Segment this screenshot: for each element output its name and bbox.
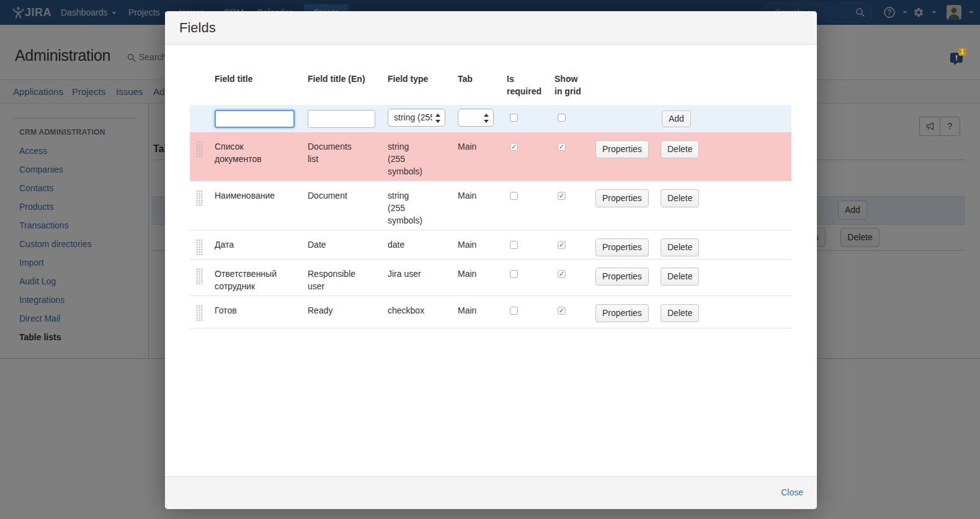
show-in-grid-checkbox[interactable]: [558, 192, 566, 200]
drag-handle-icon[interactable]: [196, 268, 203, 285]
new-field-required-checkbox[interactable]: [510, 114, 518, 122]
show-in-grid-checkbox[interactable]: [558, 307, 566, 315]
field-type-cell: string (255 symbols): [388, 132, 458, 181]
field-tab-cell: Main: [458, 181, 507, 230]
dialog-footer: Close: [165, 476, 817, 509]
properties-button[interactable]: Properties: [595, 304, 649, 322]
dialog-title: Fields: [179, 11, 216, 45]
add-field-row: string (255 symbols) Add: [190, 105, 791, 132]
field-type-cell: string (255 symbols): [388, 181, 458, 230]
field-type-cell: date: [388, 230, 458, 259]
new-field-title-input[interactable]: [215, 110, 295, 128]
required-checkbox[interactable]: [510, 270, 518, 278]
properties-button[interactable]: Properties: [595, 238, 649, 256]
drag-handle-icon[interactable]: [196, 239, 203, 256]
delete-button[interactable]: Delete: [661, 268, 699, 286]
new-field-tab-value: [464, 109, 481, 126]
drag-handle-icon[interactable]: [196, 141, 203, 158]
notification-badge: 1: [958, 48, 966, 56]
field-row-4: Ответственный сотрудникResponsible userJ…: [190, 259, 791, 296]
dialog-body: Field title Field title (En) Field type …: [190, 45, 791, 328]
col-header-show-in-grid: Show in grid: [555, 45, 592, 105]
field-row-2: НаименованиеDocumentstring (255 symbols)…: [190, 181, 791, 230]
delete-button[interactable]: Delete: [661, 304, 699, 322]
col-header-field-title: Field title: [215, 45, 308, 105]
field-tab-cell: Main: [458, 296, 507, 328]
required-checkbox[interactable]: [510, 241, 518, 249]
new-field-title-en-input[interactable]: [308, 110, 375, 128]
delete-button[interactable]: Delete: [661, 238, 699, 256]
new-field-in-grid-checkbox[interactable]: [558, 114, 566, 122]
fields-table-header-row: Field title Field title (En) Field type …: [190, 45, 791, 105]
properties-button[interactable]: Properties: [595, 189, 649, 207]
col-header-field-type: Field type: [388, 45, 458, 105]
delete-button[interactable]: Delete: [661, 140, 699, 158]
delete-button[interactable]: Delete: [661, 189, 699, 207]
properties-button[interactable]: Properties: [595, 140, 649, 158]
col-header-is-required: Is required: [507, 45, 555, 105]
field-title-en-cell: Documents list: [308, 132, 388, 181]
show-in-grid-checkbox[interactable]: [558, 143, 566, 151]
field-title-en-cell: Document: [308, 181, 388, 230]
col-header-field-title-en: Field title (En): [308, 45, 388, 105]
show-in-grid-checkbox[interactable]: [558, 241, 566, 249]
field-row-1: Список документовDocuments liststring (2…: [190, 132, 791, 181]
required-checkbox[interactable]: [510, 307, 518, 315]
field-title-cell: Ответственный сотрудник: [215, 259, 308, 296]
field-type-cell: Jira user: [388, 259, 458, 296]
notification-bubble-tail: [953, 62, 958, 68]
required-checkbox[interactable]: [510, 192, 518, 200]
col-header-tab: Tab: [458, 45, 507, 105]
fields-table: Field title Field title (En) Field type …: [190, 45, 791, 328]
dialog-close-link[interactable]: Close: [781, 477, 803, 508]
field-tab-cell: Main: [458, 230, 507, 259]
field-tab-cell: Main: [458, 132, 507, 181]
fields-dialog: Fields Field title Field title (En) Fiel…: [165, 11, 817, 509]
field-title-en-cell: Date: [308, 230, 388, 259]
field-row-3: ДатаDatedateMainPropertiesDelete: [190, 230, 791, 259]
field-title-en-cell: Ready: [308, 296, 388, 328]
new-field-type-value: string (255 symbols): [394, 109, 432, 126]
drag-handle-icon[interactable]: [196, 190, 203, 207]
new-field-type-select[interactable]: string (255 symbols): [388, 109, 445, 127]
new-field-tab-select[interactable]: [458, 109, 494, 127]
notification-indicator[interactable]: ! 1: [948, 47, 968, 67]
required-checkbox[interactable]: [510, 143, 518, 151]
field-row-5: ГотовReadycheckboxMainPropertiesDelete: [190, 296, 791, 328]
field-tab-cell: Main: [458, 259, 507, 296]
add-field-button[interactable]: Add: [662, 111, 691, 127]
dialog-header: Fields: [165, 11, 817, 45]
field-title-cell: Дата: [215, 230, 308, 259]
properties-button[interactable]: Properties: [595, 268, 649, 286]
field-title-en-cell: Responsible user: [308, 259, 388, 296]
field-type-cell: checkbox: [388, 296, 458, 328]
show-in-grid-checkbox[interactable]: [558, 270, 566, 278]
field-title-cell: Наименование: [215, 181, 308, 230]
field-title-cell: Список документов: [215, 132, 308, 181]
field-title-cell: Готов: [215, 296, 308, 328]
drag-handle-icon[interactable]: [196, 305, 203, 322]
